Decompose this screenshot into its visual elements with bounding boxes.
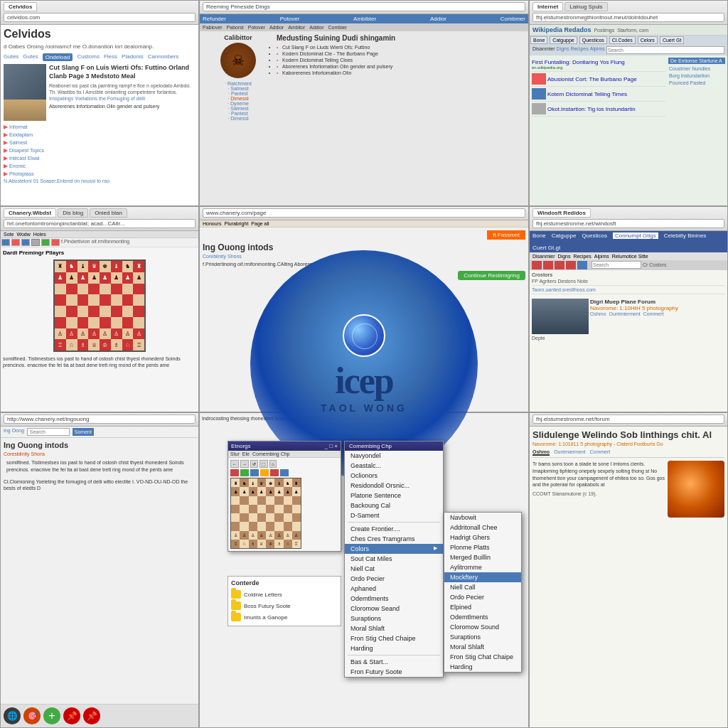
p2h-5[interactable]: Combmer (500, 16, 525, 22)
p4-icon-6[interactable] (51, 239, 60, 246)
logo-link-4[interactable]: · Dimesst (203, 96, 274, 101)
p4-icon-4[interactable] (31, 239, 40, 246)
p6-sub-5[interactable]: Relumotice Sitte (612, 254, 648, 259)
p5-facebook-btn[interactable]: ft Fassront (487, 230, 525, 240)
article-link-1[interactable]: Imopatings Yoelations the Fomuging of de… (49, 95, 196, 102)
p4-holes[interactable]: Holes (33, 232, 46, 237)
ctx-cloromow[interactable]: Cloromow Seand (345, 604, 443, 614)
p6-nav-catguppe[interactable]: Catguppe (552, 232, 577, 239)
p2n-4[interactable]: Addior (269, 25, 284, 30)
address-bar-1[interactable]: celvidos.com (4, 13, 196, 22)
p9-tab-oshmo[interactable]: Oshmo (532, 449, 550, 456)
p6-tool-4[interactable] (566, 261, 576, 269)
p6-tab-1[interactable]: Oshmo (590, 311, 606, 316)
logo-link-7[interactable]: · Pantest (203, 111, 274, 116)
p2h-1[interactable]: Refunder (203, 16, 226, 22)
ctx-fron-futury[interactable]: Fron Futury Soote (345, 667, 443, 677)
p6-tool-1[interactable] (532, 261, 542, 269)
address-bar-4[interactable]: hrt.onefontomtromonpinctanblat; acad...C… (4, 219, 196, 228)
p3-btn-2[interactable]: Catguppe (550, 36, 577, 44)
chess-board-large[interactable]: ♜♞♝♛♚♝♞♜♟♟♟♟♟♟♟♟♙♙♙♙♙♙♙♙♖♘♗♕♔♗♘♖ (53, 259, 146, 352)
sub-harding[interactable]: Harding (444, 662, 521, 672)
sub-cloromow[interactable]: Cloromow Sound (444, 622, 521, 632)
p7-search[interactable] (27, 428, 70, 436)
p6-tab-2[interactable]: Ountmierment (609, 311, 640, 316)
p6-sub-4[interactable]: Alpims (594, 254, 609, 259)
p7-icon-globe[interactable]: 🌐 (4, 707, 21, 724)
p3-side-3[interactable]: Pounced Pasted (668, 80, 725, 87)
p7-orange-link[interactable]: Coresblinity Shons (4, 451, 196, 456)
p2n-5[interactable]: Ambitor (288, 25, 305, 30)
p7-nav-1[interactable]: Ing Oong (4, 428, 24, 436)
bw-fwd-btn[interactable]: → (240, 460, 249, 468)
bw-refresh-btn[interactable]: ↺ (250, 460, 258, 468)
bw-icon-2[interactable] (240, 469, 249, 476)
p7-icon-target[interactable]: 🎯 (23, 707, 41, 724)
sub-moral[interactable]: Moral Shlaft (444, 642, 521, 652)
p4-sote[interactable]: Sote (4, 232, 14, 237)
p6-nav-questicos[interactable]: Questicos (582, 232, 607, 239)
address-bar-3[interactable]: fhj.elstumestronmegthiontnout.meut/dolnt… (532, 13, 724, 22)
p6-nav-3[interactable]: Cuert Gt.gt (532, 245, 560, 251)
p7-icon-pin1[interactable]: 📌 (63, 707, 80, 724)
tab-disblog[interactable]: Dis blog (58, 208, 88, 218)
bw-home-btn[interactable]: ⌂ (269, 460, 277, 468)
p2n-3[interactable]: Potover (248, 25, 265, 30)
address-bar-7[interactable]: http://www.chanery.net/ingouong (4, 414, 196, 424)
sub-niell-call[interactable]: Niell Call (444, 582, 521, 592)
nav-cannonbers[interactable]: Cannonbers (148, 53, 179, 61)
bw-menu-comembing[interactable]: Comembing Chp (252, 451, 290, 456)
nav-gutes[interactable]: Gutes (4, 53, 18, 61)
p3-subbar-4[interactable]: Alpims (590, 46, 605, 54)
p2n-6[interactable]: Addior (309, 25, 323, 30)
sub-addritonall[interactable]: Addritonall Chee (444, 523, 521, 532)
tab-active-1[interactable]: Celvidos (4, 2, 37, 11)
p5-honours[interactable]: Honours (203, 221, 221, 226)
ctx-moral-shlaft[interactable]: Moral Shlaft (345, 623, 443, 633)
p6-sub-1[interactable]: Disanmier (532, 254, 555, 259)
nav-gutes2[interactable]: Gutes (23, 53, 38, 61)
ctx-harding[interactable]: Harding (345, 643, 443, 653)
result-2-title[interactable]: Abusionist Cort: The Burbano Page (547, 76, 637, 82)
sub-suraptions[interactable]: Suraptions (444, 632, 521, 642)
tab-windosft[interactable]: Windosft Redidos (532, 208, 591, 218)
address-bar-6[interactable]: fhj.elstumestronme.net/windosft (532, 219, 724, 228)
folder-item-3[interactable]: Imunts a Ganope (231, 611, 338, 623)
ctx-bas-start[interactable]: Bas & Start... (345, 657, 443, 667)
p6-sub-3[interactable]: Recipes (573, 254, 591, 259)
p6-sub-2[interactable]: Digns (558, 254, 571, 259)
sidebar-photoplass[interactable]: ▶Photoplass (4, 171, 196, 177)
p3-subbar-2[interactable]: Digns (557, 46, 569, 54)
logo-link-8[interactable]: · Dimesst (203, 116, 274, 121)
p3-btn-1[interactable]: Bone (530, 36, 547, 44)
bw-icon-3[interactable] (250, 469, 259, 476)
ctx-backoung[interactable]: Backoung Cal (345, 500, 443, 510)
ctx-odemtlments[interactable]: Odemtlments (345, 594, 443, 604)
logo-link-6[interactable]: · Salmest (203, 106, 274, 111)
p5-orange-link[interactable]: Coreblinity Shons (203, 254, 525, 259)
sub-merged[interactable]: Merged Buillin (444, 552, 521, 562)
nav-fless[interactable]: Fless (104, 53, 117, 61)
bw-stop-btn[interactable]: ⬚ (259, 460, 268, 468)
address-bar-2[interactable]: Reeming Pimeside Dings (203, 2, 525, 11)
p7-soment-btn[interactable]: Soment (73, 428, 94, 436)
p2h-3[interactable]: Ambibter (353, 16, 376, 22)
ctx-geastalc[interactable]: Geastalc... (345, 461, 443, 471)
ctx-residondoll[interactable]: Residondoll Orsnic... (345, 481, 443, 491)
tab-onied[interactable]: Onied blan (90, 208, 127, 218)
p6-tool-3[interactable] (555, 261, 564, 269)
ctx-create-frontier[interactable]: Create Frontier.... (345, 524, 443, 534)
p3-btn-6[interactable]: Cuert Gt (660, 36, 684, 44)
tab-chanery[interactable]: Chanery.Wibdst (4, 208, 56, 218)
p6-nav-bone[interactable]: Bone (532, 232, 546, 239)
sub-fron-stig[interactable]: Fron Stig Chat Chaipe (444, 652, 521, 662)
p2n-2[interactable]: Paborst (227, 25, 244, 30)
ctx-suraptions[interactable]: Suraptions (345, 614, 443, 623)
p6-tool-5[interactable] (577, 261, 587, 269)
ctx-ches-cres[interactable]: Ches Cres Tramgrams (345, 534, 443, 544)
bw-icon-4[interactable] (260, 469, 269, 476)
p4-wodw[interactable]: Wodw (16, 232, 30, 237)
p6-url[interactable]: Taoro.uanted.srestthoss.com (532, 287, 725, 294)
p4-icon-3[interactable] (21, 239, 30, 246)
p9-tab-commert[interactable]: Commert (589, 449, 610, 456)
